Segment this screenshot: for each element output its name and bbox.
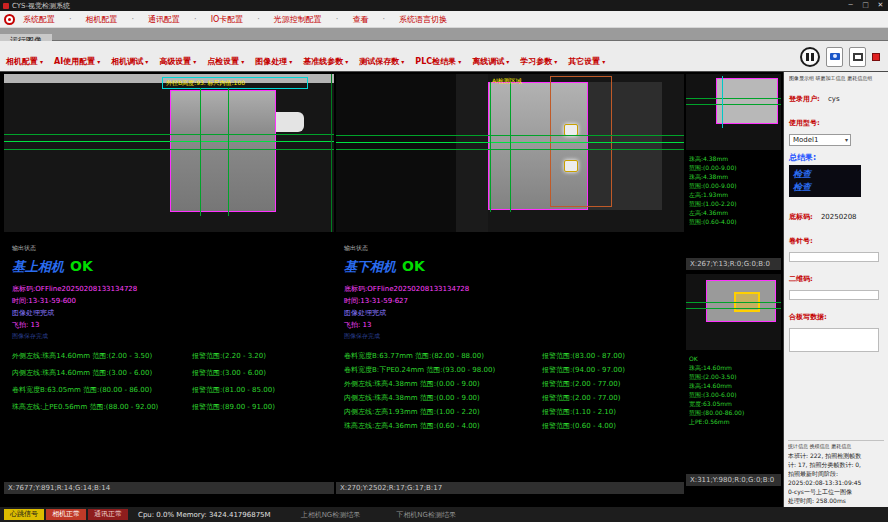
pause-button[interactable] xyxy=(800,47,820,67)
preview-measure-line: 范围:(3.00-6.00) xyxy=(689,390,778,399)
toolbar-button[interactable]: 高级设置 xyxy=(159,56,196,67)
stats-line: 拍照最新时间阶段: xyxy=(788,469,884,478)
toolbar-button[interactable]: 点检设置 xyxy=(207,56,244,67)
measurement-text: 外侧左线:珠高4.38mm 范围:(0.00 - 9.00) xyxy=(344,379,542,389)
ng-result-link[interactable]: 上相机NG检测结果 xyxy=(301,510,361,520)
model-select-value: Model1 xyxy=(793,136,818,144)
product-region xyxy=(170,90,276,212)
window-controls: ─ □ ✕ xyxy=(843,0,888,11)
menu-item[interactable]: 系统语言切换 xyxy=(382,14,447,25)
measurement-text: 珠高左线:左高4.36mm 范围:(0.60 - 4.00) xyxy=(344,421,542,431)
vertical-guide-overlay xyxy=(200,88,201,216)
measurement-row: 卷料宽度B:63.05mm 范围:(80.00 - 86.00) 报警范围:(8… xyxy=(12,385,326,395)
qrcode-field[interactable] xyxy=(789,290,879,300)
barcode-line: 底标码:OFFline20250208133134728 xyxy=(344,284,676,294)
measurement-text: 外侧左线:珠高14.60mm 范围:(2.00 - 3.50) xyxy=(12,351,192,361)
toolbar-button[interactable]: 离线调试 xyxy=(472,56,509,67)
preview-measure-line: 范围:(0.00-9.00) xyxy=(689,163,778,172)
result-item: 检查 xyxy=(793,181,857,194)
login-user-value: cys xyxy=(828,95,840,103)
measurement-row: 珠高左线:上PE0.56mm 范围:(88.00 - 92.00) 报警范围:(… xyxy=(12,402,326,412)
overlay-measure-label: 外径B高度:93. 标尺内值:100 xyxy=(166,79,245,88)
app-window: CYS-视觉检测系统 ─ □ ✕ 系统配置相机配置通讯配置IO卡配置光源控制配置… xyxy=(0,0,888,522)
stats-tab-strip[interactable]: 统计信息 换模信息 磨耗信息 xyxy=(788,443,884,449)
needle-label: 卷针号: xyxy=(789,237,813,245)
menu-item[interactable]: 系统配置 xyxy=(23,14,55,25)
model-select[interactable]: Model1 xyxy=(789,134,851,146)
process-line: 图像处理完成 xyxy=(12,308,326,318)
result-item: 检查 xyxy=(793,168,857,181)
alarm-range-text: 报警范围:(2.20 - 3.20) xyxy=(192,351,266,361)
write-data-field[interactable] xyxy=(789,328,879,352)
measurement-text: 卷料宽度B:下PE0.24mm 范围:(93.00 - 98.00) xyxy=(344,365,542,375)
write-data-label: 合板写数据: xyxy=(789,313,827,321)
toolbar-button[interactable]: 学习参数 xyxy=(520,56,557,67)
save-note-line: 图像保存完成 xyxy=(344,332,676,341)
save-note-line: 图像保存完成 xyxy=(12,332,326,341)
menu-item[interactable]: 光源控制配置 xyxy=(257,14,322,25)
menu-item[interactable]: 相机配置 xyxy=(69,14,118,25)
preview-measure-line: 左高:1.93mm xyxy=(689,190,778,199)
measurement-row: 外侧左线:珠高14.60mm 范围:(2.00 - 3.50) 报警范围:(2.… xyxy=(12,351,326,361)
status-badge: OK xyxy=(70,258,93,274)
preview-image[interactable] xyxy=(686,74,781,150)
needle-field[interactable] xyxy=(789,252,879,262)
qrcode-row: 二维码: xyxy=(789,266,883,285)
toolbar-button[interactable]: 图像处理 xyxy=(255,56,292,67)
menu-items: 系统配置相机配置通讯配置IO卡配置光源控制配置查看系统语言切换 xyxy=(23,14,461,25)
camera-name: 基上相机 xyxy=(12,259,64,274)
minimize-button[interactable]: ─ xyxy=(843,0,858,11)
lower-camera-image[interactable]: AI检测区域 xyxy=(336,74,684,232)
toolbar-button[interactable]: PLC检结果 xyxy=(415,56,461,67)
toolbar-button[interactable]: AI使用配置 xyxy=(54,56,100,67)
preview-image[interactable] xyxy=(686,274,781,350)
camera-name-row: 基上相机OK xyxy=(12,256,326,276)
right-sidebar: 图像显示组 研磨加工信息 磨耗信息组 登录用户: cys 使用型号: Model… xyxy=(783,72,888,507)
preview-measure-line: 上PE:0.56mm xyxy=(689,417,778,426)
baseline-overlay xyxy=(4,149,334,150)
status-bar: 心跳信号相机正常通讯正常 Cpu: 0.0% Memory: 3424.4179… xyxy=(0,507,888,522)
sidebar-tab-strip[interactable]: 图像显示组 研磨加工信息 磨耗信息组 xyxy=(789,75,883,81)
upper-camera-image[interactable]: 外径B高度:93. 标尺内值:100 xyxy=(4,74,334,232)
alarm-range-text: 报警范围:(83.00 - 87.00) xyxy=(542,351,625,361)
monitor-icon xyxy=(853,53,863,61)
camera-view-button[interactable] xyxy=(826,47,843,67)
menu-item[interactable]: 查看 xyxy=(336,14,369,25)
time-line: 时间:13-31-59-600 xyxy=(12,296,326,306)
stats-line: 处理时间: 258.00ms xyxy=(788,496,884,505)
time-line: 时间:13-31-59-627 xyxy=(344,296,676,306)
alarm-indicator xyxy=(872,53,880,61)
toolbar-button[interactable]: 其它设置 xyxy=(568,56,605,67)
preview-measure-line: 范围:(0.00-9.00) xyxy=(689,181,778,190)
qrcode-label: 二维码: xyxy=(789,275,813,283)
stats-lines: 本班计: 222, 拍照检测帧数计: 17, 拍照分类帧数计: 0,拍照最新时间… xyxy=(788,451,884,505)
product-region xyxy=(716,78,778,124)
title-bar: CYS-视觉检测系统 ─ □ ✕ xyxy=(0,0,888,11)
toolbar-button[interactable]: 基准线参数 xyxy=(303,56,348,67)
weld-spot xyxy=(564,160,578,172)
preview-measure-line: 珠高:4.38mm xyxy=(689,154,778,163)
pixel-coordinate-readout: X:270;Y:2502;R:17;G:17;B:17 xyxy=(336,482,684,494)
view-tab-strip: 运行图像 xyxy=(0,28,888,41)
menu-item[interactable]: IO卡配置 xyxy=(194,14,243,25)
maximize-button[interactable]: □ xyxy=(858,0,873,11)
menu-item[interactable]: 通讯配置 xyxy=(132,14,181,25)
ng-result-link[interactable]: 下相机NG检测结果 xyxy=(396,510,456,520)
window-title: CYS-视觉检测系统 xyxy=(12,1,70,11)
status-chip: 相机正常 xyxy=(46,509,86,520)
pixel-coordinate-readout: X:267;Y:13;R:0;G:0;B:0 xyxy=(686,258,781,270)
login-user-row: 登录用户: cys xyxy=(789,86,883,105)
total-result-label: 总结果: xyxy=(789,152,883,163)
alarm-range-text: 报警范围:(1.10 - 2.10) xyxy=(542,407,616,417)
baseline-overlay xyxy=(4,134,334,135)
close-button[interactable]: ✕ xyxy=(873,0,888,11)
alarm-range-text: 报警范围:(89.00 - 91.00) xyxy=(192,402,275,412)
monitor-view-button[interactable] xyxy=(849,47,866,67)
process-line: 图像处理完成 xyxy=(344,308,676,318)
preview-measure-line: 范围:(1.00-2.20) xyxy=(689,199,778,208)
toolbar-button[interactable]: 相机配置 xyxy=(6,56,43,67)
model-row: 使用型号: xyxy=(789,110,883,129)
measurement-text: 珠高左线:上PE0.56mm 范围:(88.00 - 92.00) xyxy=(12,402,192,412)
toolbar-button[interactable]: 相机调试 xyxy=(111,56,148,67)
toolbar-button[interactable]: 测试保存数 xyxy=(359,56,404,67)
